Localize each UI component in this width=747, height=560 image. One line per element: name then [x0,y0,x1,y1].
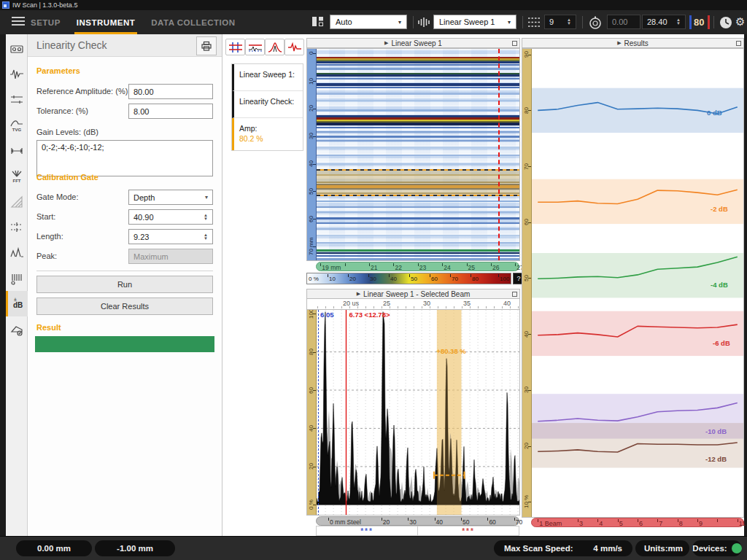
expander-arrow-icon: ▶ [384,40,388,46]
view-rf-button[interactable] [285,39,304,55]
maximize-icon[interactable] [512,41,517,46]
tab-data-collection[interactable]: DATA COLLECTION [151,10,235,34]
units-readout[interactable]: Units: mm [635,540,689,556]
encoder-icon[interactable] [6,265,28,291]
probe-icon[interactable] [6,36,28,61]
grid-icon [229,42,242,52]
filter-gates-icon[interactable] [6,214,28,240]
tab-instrument-label: INSTRUMENT [77,18,135,27]
axis-tick-label: 80 [309,349,314,355]
bscan-gate-top-edge[interactable] [317,169,519,171]
hamburger-menu-icon[interactable] [12,17,25,26]
sweep-select[interactable]: Linear Sweep 1▾ [433,15,516,29]
trigger-icon[interactable] [6,240,28,265]
gain-left-bar [689,15,692,29]
axis-tick-label: 25 [468,264,475,271]
layout-split-icon[interactable] [312,17,324,27]
chevron-down-icon: ▾ [398,19,401,26]
max-scan-speed-readout[interactable]: Max Scan Speed: 4 mm/s [494,540,632,556]
bscan-beam-cursor[interactable] [498,49,500,260]
db-linearity-icon[interactable]: dB± [6,291,28,316]
readout-item[interactable]: Amp:80.2 % [232,118,303,150]
beam-list-icon [528,17,541,28]
maximize-icon[interactable] [512,292,517,297]
bscan-band [317,87,519,88]
results-chart[interactable]: 0 dB-2 dB-4 dB-6 dB-10 dB-12 dB [532,49,743,517]
clear-results-button[interactable]: Clear Results [36,298,213,315]
gate-peak-value: Maximum [133,252,169,261]
spinner-arrows-icon[interactable]: ▲▼ [204,233,208,241]
tab-setup[interactable]: SETUP [31,10,61,34]
maximize-icon[interactable] [736,41,741,46]
gain-series-label: -10 dB [705,427,727,435]
readout-item[interactable]: Linear Sweep 1: [232,64,303,91]
gate-start-spinner[interactable]: 40.90▲▼ [128,209,213,225]
readout-item[interactable]: Linearity Check: [232,91,303,118]
bscan-window-header[interactable]: ▶ Linear Sweep 1 [306,38,520,48]
reference-amplitude-input[interactable]: 80.00 [128,84,213,99]
tab-instrument[interactable]: INSTRUMENT [77,10,135,34]
bscan-band [317,100,519,101]
bscan-band [317,201,519,202]
beam-count-spinner[interactable]: 9 ▲▼ [544,15,576,29]
sweep-select-value: Linear Sweep 1 [439,18,495,26]
clock-icon[interactable] [719,16,732,29]
gauge-dial-icon [588,16,603,29]
bscan-band [317,252,519,254]
range-start-field[interactable]: 0.00 [607,15,640,29]
ascan-footer-left[interactable]: *** [317,526,418,535]
wedge-check-icon[interactable] [6,316,28,342]
clear-results-label: Clear Results [101,302,149,311]
range-end-spinner[interactable]: 28.40 ▲▼ [642,15,686,29]
gain-levels-textarea[interactable]: 0;-2;-4;-6;-10;-12; [36,140,213,176]
units-label: Units: [644,544,668,553]
print-button[interactable] [196,36,217,55]
ascan-waveform[interactable]: 6.056.73 <12.78>+80.38 % [317,310,520,516]
position2-readout[interactable]: -1.00 mm [95,540,175,556]
fft-icon[interactable]: FFT [6,163,28,189]
center-column: ▶ Linear Sweep 1 010203040506070 mm 19 m… [306,34,522,536]
bscan-gate-region[interactable] [317,170,519,195]
spinner-arrows-icon[interactable]: ▲▼ [563,18,571,26]
devices-readout[interactable]: Devices: [692,540,742,556]
gate-length-spinner[interactable]: 9.23▲▼ [128,229,213,244]
gate-mode-select[interactable]: Depth▾ [128,190,213,205]
settings-gear-icon[interactable]: ⚙ [735,15,745,28]
view-envelope-button[interactable] [265,39,285,55]
axis-tick-label: 40 [436,518,443,526]
beam-count-value: 9 [549,18,554,26]
axis-tick-label: 19 mm [322,264,341,271]
gate-mode-label: Gate Mode: [36,192,78,201]
gain-value[interactable]: 80 [694,17,704,28]
pulse-icon[interactable] [6,61,28,87]
angle-beam-icon[interactable] [6,189,28,214]
bscan-gate-bottom-edge[interactable] [317,195,519,196]
spinner-arrows-icon[interactable]: ▲▼ [204,214,208,221]
gate-length-label: Length: [36,232,63,241]
run-button[interactable]: Run [36,276,213,293]
span-icon[interactable] [6,138,28,163]
axis-tick-label: 0 % [309,499,314,510]
bscan-image[interactable] [317,49,519,260]
axis-tick-label: 40 [309,160,314,167]
results-window-header[interactable]: ▶ Results [522,38,744,48]
ascan-amplitude-axis: 100806040200 % [307,310,317,515]
ascan-footer-right[interactable]: *** [418,526,519,535]
axis-tick-label: 26 [492,264,499,271]
view-gates-button[interactable] [245,39,265,55]
bscan-band [317,217,519,219]
palette-select[interactable]: Auto▾ [330,15,407,29]
panel-header: Linearity Check [28,34,222,57]
tolerance-band [532,311,743,356]
ascan-time-axis: 20 us25303540 [306,299,520,309]
gain-series-label: -2 dB [711,205,728,213]
axis-tick-label: 30 [409,518,416,526]
ascan-window-header[interactable]: ▶ Linear Sweep 1 - Selected Beam [306,289,520,299]
spinner-arrows-icon[interactable]: ▲▼ [673,18,681,26]
tvg-icon[interactable]: TVG [6,112,28,138]
tolerance-input[interactable]: 8.00 [128,104,213,119]
gates-icon[interactable] [6,87,28,112]
view-grid-button[interactable] [225,39,245,55]
left-edge-strip [0,34,6,536]
position1-readout[interactable]: 0.00 mm [16,540,92,556]
